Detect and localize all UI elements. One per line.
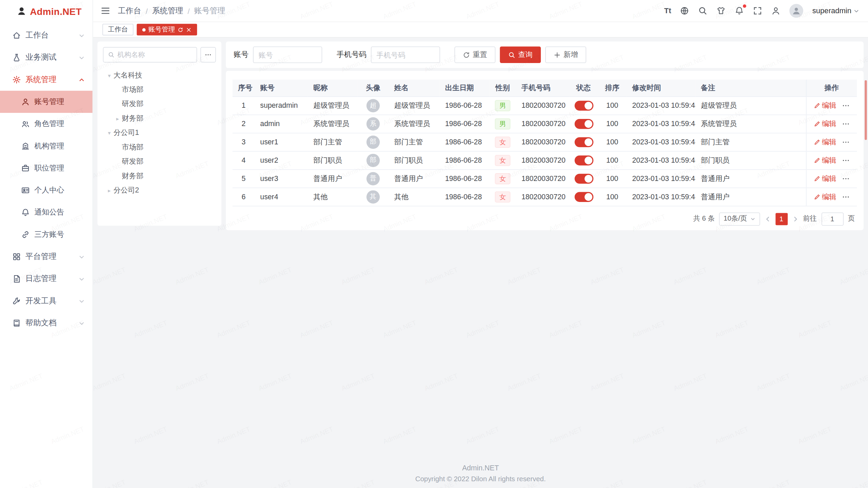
account-input[interactable] bbox=[253, 46, 322, 63]
edit-button[interactable]: 编辑 bbox=[814, 155, 836, 165]
edit-button-label: 编辑 bbox=[822, 100, 836, 110]
breadcrumb-item[interactable]: 工作台 bbox=[118, 6, 141, 16]
docs-icon bbox=[12, 319, 21, 327]
sidebar-item-dev-tools[interactable]: 开发工具 bbox=[0, 290, 93, 312]
language-icon[interactable] bbox=[680, 6, 690, 16]
tree-node[interactable]: 研发部 bbox=[103, 97, 216, 111]
sidebar-item-role-mgmt[interactable]: 角色管理 bbox=[0, 113, 93, 135]
tree-node[interactable]: 财务部 bbox=[103, 169, 216, 183]
cell-birthdate: 1986-06-28 bbox=[439, 151, 489, 169]
cell-avatar: 普 bbox=[358, 169, 389, 188]
status-toggle[interactable] bbox=[575, 192, 594, 202]
status-toggle[interactable] bbox=[575, 137, 594, 147]
tree-node[interactable]: ▸分公司2 bbox=[103, 183, 216, 197]
edit-button[interactable]: 编辑 bbox=[814, 192, 836, 202]
reset-button[interactable]: 重置 bbox=[454, 46, 495, 63]
theme-icon[interactable] bbox=[716, 6, 726, 16]
status-toggle[interactable] bbox=[575, 119, 594, 128]
sidebar-item-third-account[interactable]: 三方账号 bbox=[0, 224, 93, 246]
edit-button[interactable]: 编辑 bbox=[814, 174, 836, 183]
sidebar-item-personal-center[interactable]: 个人中心 bbox=[0, 179, 93, 201]
search-icon[interactable] bbox=[698, 6, 708, 16]
sidebar-item-position-mgmt[interactable]: 职位管理 bbox=[0, 157, 93, 179]
logo[interactable]: Admin.NET bbox=[0, 0, 93, 24]
tree-node[interactable]: ▾大名科技 bbox=[103, 68, 216, 82]
more-actions-button[interactable] bbox=[842, 102, 850, 109]
tree-node[interactable]: 市场部 bbox=[103, 140, 216, 154]
sidebar-item-workbench[interactable]: 工作台 bbox=[0, 24, 93, 46]
tree-node-label: 财务部 bbox=[122, 171, 143, 181]
sidebar-item-help-docs[interactable]: 帮助文档 bbox=[0, 312, 93, 334]
sidebar-item-business-test[interactable]: 业务测试 bbox=[0, 46, 93, 68]
tree-expander-icon[interactable]: ▾ bbox=[105, 130, 113, 136]
phone-input[interactable] bbox=[371, 46, 440, 63]
sidebar-item-org-mgmt[interactable]: 机构管理 bbox=[0, 135, 93, 157]
tree-node-label: 研发部 bbox=[122, 99, 143, 109]
more-actions-button[interactable] bbox=[842, 156, 850, 164]
more-actions-button[interactable] bbox=[842, 193, 850, 201]
edit-button[interactable]: 编辑 bbox=[814, 119, 836, 128]
font-size-icon[interactable]: Tt bbox=[664, 7, 671, 15]
tree-expander-icon[interactable]: ▾ bbox=[105, 72, 113, 78]
tree-node[interactable]: 市场部 bbox=[103, 82, 216, 97]
tree-node[interactable]: 研发部 bbox=[103, 155, 216, 169]
sidebar-item-label: 工作台 bbox=[25, 30, 74, 40]
user-menu[interactable]: superadmin bbox=[812, 7, 859, 15]
user-outline-icon[interactable] bbox=[771, 6, 781, 16]
tree-expander-icon[interactable]: ▸ bbox=[105, 187, 113, 194]
status-toggle[interactable] bbox=[575, 174, 594, 183]
page-number-active[interactable]: 1 bbox=[775, 213, 788, 225]
more-actions-button[interactable] bbox=[842, 138, 850, 146]
cell-account: user2 bbox=[255, 151, 308, 169]
breadcrumb-item[interactable]: 系统管理 bbox=[152, 6, 183, 16]
more-actions-button[interactable] bbox=[842, 120, 850, 127]
right-column: 账号 手机号码 重置 查询 bbox=[226, 41, 864, 230]
org-more-button[interactable] bbox=[200, 47, 216, 63]
sidebar-item-account-mgmt[interactable]: 账号管理 bbox=[0, 91, 93, 113]
cell-status bbox=[569, 115, 598, 133]
scrollbar-thumb[interactable] bbox=[865, 80, 867, 140]
notification-icon[interactable] bbox=[735, 6, 744, 16]
status-toggle[interactable] bbox=[575, 155, 594, 165]
sidebar-item-notice[interactable]: 通知公告 bbox=[0, 201, 93, 223]
edit-button[interactable]: 编辑 bbox=[814, 137, 836, 147]
cell-gender: 女 bbox=[489, 151, 516, 169]
org-search-input[interactable] bbox=[117, 51, 192, 59]
status-toggle[interactable] bbox=[575, 100, 594, 110]
more-actions-button[interactable] bbox=[842, 175, 850, 182]
goto-page-input[interactable] bbox=[821, 212, 843, 225]
sidebar-item-label: 个人中心 bbox=[34, 185, 85, 195]
chevron-down-icon bbox=[854, 8, 859, 14]
add-button[interactable]: 新增 bbox=[545, 46, 586, 63]
sidebar-item-platform-mgmt[interactable]: 平台管理 bbox=[0, 246, 93, 268]
add-button-label: 新增 bbox=[564, 50, 578, 60]
avatar[interactable] bbox=[790, 4, 804, 18]
tree-expander-icon[interactable]: ▸ bbox=[114, 115, 122, 121]
tab-close-icon[interactable] bbox=[186, 27, 192, 32]
cell-avatar: 部 bbox=[358, 151, 389, 169]
table-header-row: 序号账号昵称头像姓名出生日期性别手机号码状态排序修改时间备注操作 bbox=[233, 80, 857, 96]
cell-actions: 编辑 bbox=[806, 187, 857, 206]
sidebar-item-system-mgmt[interactable]: 系统管理 bbox=[0, 68, 93, 90]
col-header: 修改时间 bbox=[627, 80, 695, 96]
page-size-select[interactable]: 10条/页 bbox=[719, 212, 760, 225]
menu-collapse-icon[interactable] bbox=[101, 6, 110, 16]
search-button[interactable]: 查询 bbox=[500, 46, 541, 63]
search-icon bbox=[508, 51, 515, 58]
query-bar: 账号 手机号码 重置 查询 bbox=[226, 41, 864, 68]
tree-node[interactable]: ▸财务部 bbox=[103, 111, 216, 125]
edit-button[interactable]: 编辑 bbox=[814, 100, 836, 110]
sidebar-item-log-mgmt[interactable]: 日志管理 bbox=[0, 268, 93, 290]
next-page-button[interactable] bbox=[792, 216, 799, 222]
main-area: 工作台/系统管理/账号管理 Tt bbox=[93, 0, 868, 488]
chevron-down-icon bbox=[79, 33, 85, 39]
prev-page-button[interactable] bbox=[764, 216, 771, 222]
fullscreen-icon[interactable] bbox=[753, 6, 763, 16]
tree-node[interactable]: ▾分公司1 bbox=[103, 126, 216, 140]
org-tree: ▾大名科技市场部研发部▸财务部▾分公司1市场部研发部财务部▸分公司2 bbox=[103, 68, 216, 198]
col-header: 昵称 bbox=[308, 80, 358, 96]
tab-refresh-icon[interactable] bbox=[178, 27, 183, 32]
tab-workbench[interactable]: 工作台 bbox=[102, 24, 133, 35]
cell-remark: 部门职员 bbox=[695, 151, 806, 169]
tab-account-mgmt[interactable]: 账号管理 bbox=[137, 24, 197, 35]
